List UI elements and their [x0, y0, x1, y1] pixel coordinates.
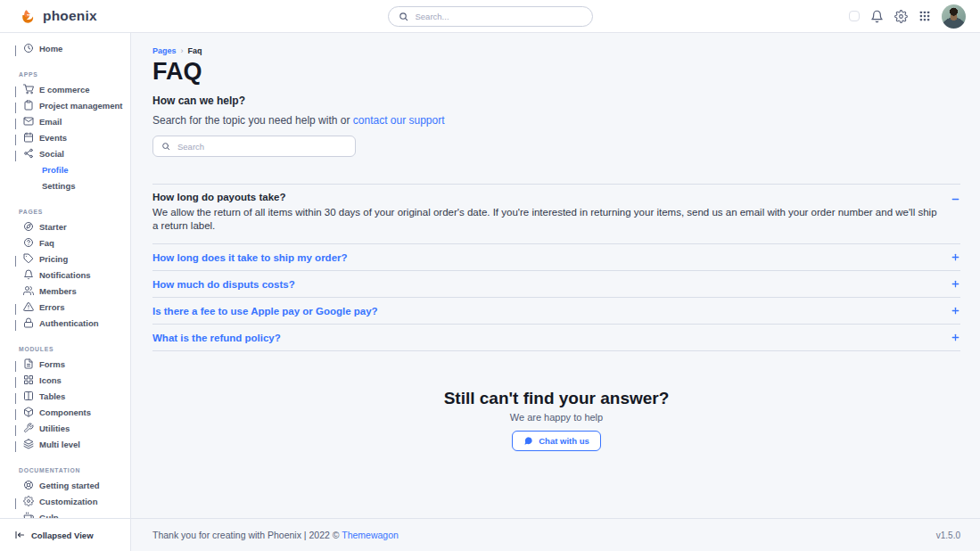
share-icon: [23, 148, 34, 159]
notifications-bell-icon[interactable]: [870, 10, 884, 23]
sidebar-item-notifications[interactable]: Notifications: [0, 267, 130, 283]
layers-icon: [23, 439, 34, 449]
gear-icon: [23, 496, 34, 506]
help-intro-text: Search for the topic you need help with …: [152, 114, 350, 127]
sidebar-item-home[interactable]: Home: [0, 40, 130, 56]
minus-icon[interactable]: [951, 194, 960, 204]
sidebar-item-gulp[interactable]: Gulp: [0, 509, 130, 518]
sidebar-item-forms[interactable]: Forms: [0, 356, 130, 372]
sidebar-item-tables[interactable]: Tables: [0, 388, 130, 404]
cta-title: Still can't find your answer?: [152, 389, 960, 408]
global-search-input[interactable]: [414, 11, 582, 22]
version-label: v1.5.0: [936, 530, 960, 540]
breadcrumb-pages-link[interactable]: Pages: [152, 46, 177, 55]
sidebar-subitem-profile[interactable]: Profile: [0, 161, 130, 177]
faq-answer: We allow the return of all items within …: [152, 206, 944, 233]
chevron-right-icon: [15, 46, 21, 52]
apps-grid-icon[interactable]: [918, 10, 931, 22]
faq-search-input[interactable]: [176, 141, 347, 152]
sidebar-item-label: Utilities: [39, 424, 70, 433]
chevron-right-icon: [15, 442, 21, 448]
chevron-right-icon: [15, 136, 21, 141]
collapse-arrow-icon: [14, 530, 25, 540]
brand-name: phoenix: [43, 8, 97, 24]
sidebar-item-label: Multi level: [39, 440, 80, 449]
sidebar-item-components[interactable]: Components: [0, 404, 130, 420]
sidebar-item-customization[interactable]: Customization: [0, 493, 130, 509]
cta-subtitle: We are happy to help: [152, 412, 960, 423]
footer-text: Thank you for creating with Phoenix | 20…: [152, 530, 340, 540]
faq-question: How long does it take to ship my order?: [152, 252, 348, 263]
chevron-right-icon: [15, 321, 21, 326]
settings-gear-icon[interactable]: [894, 10, 908, 23]
sidebar-item-pricing[interactable]: Pricing: [0, 251, 130, 267]
help-heading: How can we help?: [152, 95, 960, 107]
sidebar-item-faq[interactable]: Faq: [0, 234, 130, 251]
theme-toggle[interactable]: [849, 11, 860, 21]
sidebar-item-ecommerce[interactable]: E commerce: [0, 81, 130, 97]
main-content: Pages › Faq FAQ How can we help? Search …: [131, 33, 980, 518]
main-area: Pages › Faq FAQ How can we help? Search …: [131, 33, 980, 551]
calendar-icon: [23, 132, 34, 143]
collapsed-view-label: Collapsed View: [31, 530, 94, 540]
sidebar-item-authentication[interactable]: Authentication: [0, 315, 130, 331]
users-icon: [23, 285, 34, 296]
grid-icon: [23, 374, 34, 385]
sidebar-item-label: Events: [39, 133, 67, 143]
user-avatar[interactable]: [942, 4, 966, 29]
contact-support-link[interactable]: contact our support: [353, 114, 445, 127]
sidebar-item-label: Email: [39, 117, 62, 127]
coffee-cup-icon: [23, 512, 34, 518]
faq-item[interactable]: Is there a fee to use Apple pay or Googl…: [152, 298, 960, 325]
chevron-right-icon: [15, 499, 21, 505]
chevron-right-icon: [15, 410, 21, 415]
sidebar-section-label: DOCUMENTATION: [0, 465, 130, 477]
sidebar-item-utilities[interactable]: Utilities: [0, 420, 130, 436]
sidebar-item-project-management[interactable]: Project management: [0, 97, 130, 113]
sidebar-item-members[interactable]: Members: [0, 283, 130, 299]
collapsed-view-toggle[interactable]: Collapsed View: [0, 518, 130, 551]
chat-with-us-button[interactable]: Chat with us: [512, 431, 600, 451]
warning-triangle-icon: [23, 301, 34, 312]
chevron-right-icon: [15, 119, 21, 125]
sidebar: Home APPS E commerce Project management: [0, 33, 131, 551]
faq-accordion: How long do payouts take? We allow the r…: [152, 184, 960, 351]
tag-icon: [23, 253, 34, 264]
sidebar-item-label: Faq: [39, 238, 54, 248]
faq-item-expanded[interactable]: How long do payouts take? We allow the r…: [152, 185, 960, 244]
compass-icon: [23, 221, 34, 232]
sidebar-item-email[interactable]: Email: [0, 113, 130, 129]
sidebar-item-getting-started[interactable]: Getting started: [0, 477, 130, 493]
breadcrumb-separator: ›: [181, 46, 184, 55]
sidebar-item-multi-level[interactable]: Multi level: [0, 436, 130, 452]
sidebar-section-label: MODULES: [0, 343, 130, 356]
faq-item[interactable]: How long does it take to ship my order?: [152, 244, 960, 271]
cta-section: Still can't find your answer? We are hap…: [152, 389, 960, 451]
chevron-right-icon: [15, 305, 21, 310]
faq-item[interactable]: What is the refund policy?: [152, 325, 960, 351]
global-search[interactable]: [388, 6, 593, 27]
sidebar-item-errors[interactable]: Errors: [0, 299, 130, 315]
themewagon-link[interactable]: Themewagon: [342, 530, 399, 540]
page-title: FAQ: [152, 58, 960, 86]
sidebar-item-label: Authentication: [39, 318, 99, 328]
sidebar-section-label: PAGES: [0, 206, 130, 218]
faq-search[interactable]: [152, 136, 356, 157]
sidebar-item-starter[interactable]: Starter: [0, 218, 130, 234]
sidebar-item-events[interactable]: Events: [0, 129, 130, 145]
shopping-cart-icon: [23, 84, 34, 95]
sidebar-item-label: Project management: [39, 101, 122, 111]
sidebar-item-social[interactable]: Social: [0, 145, 130, 161]
sidebar-subitem-settings[interactable]: Settings: [0, 177, 130, 193]
top-actions: [849, 4, 966, 29]
envelope-icon: [23, 116, 34, 127]
chevron-down-icon: [15, 152, 21, 157]
faq-question[interactable]: How long do payouts take?: [152, 192, 944, 202]
search-icon: [161, 142, 170, 151]
sidebar-item-icons[interactable]: Icons: [0, 372, 130, 388]
clipboard-icon: [23, 100, 34, 111]
sidebar-item-label: Gulp: [39, 513, 59, 519]
brand-logo[interactable]: phoenix: [20, 8, 97, 25]
faq-item[interactable]: How much do disputs costs?: [152, 271, 960, 298]
chat-button-label: Chat with us: [539, 436, 589, 446]
